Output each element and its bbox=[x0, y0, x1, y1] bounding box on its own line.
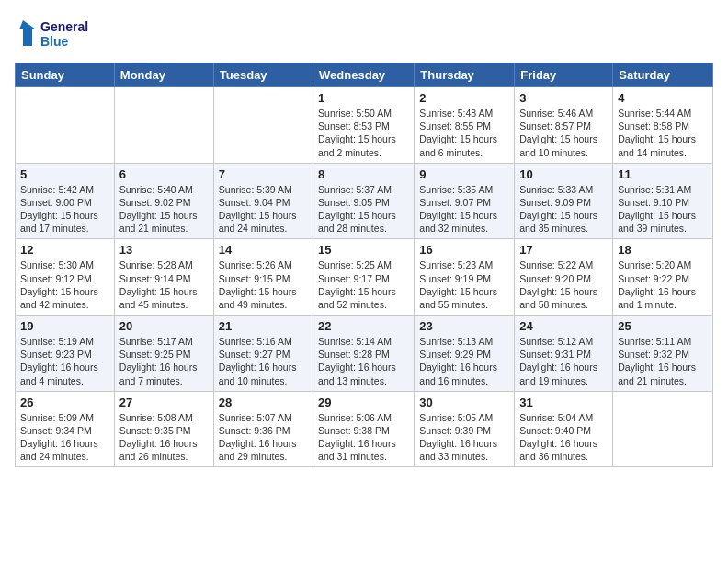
calendar-cell: 10Sunrise: 5:33 AM Sunset: 9:09 PM Dayli… bbox=[515, 163, 613, 239]
calendar-cell: 18Sunrise: 5:20 AM Sunset: 9:22 PM Dayli… bbox=[613, 239, 713, 316]
weekday-header-monday: Monday bbox=[114, 63, 213, 87]
day-info: Sunrise: 5:50 AM Sunset: 8:53 PM Dayligh… bbox=[318, 107, 409, 159]
day-info: Sunrise: 5:09 AM Sunset: 9:34 PM Dayligh… bbox=[20, 411, 109, 464]
day-number: 20 bbox=[119, 319, 209, 333]
day-number: 13 bbox=[119, 243, 209, 257]
calendar-cell: 30Sunrise: 5:05 AM Sunset: 9:39 PM Dayli… bbox=[415, 391, 515, 467]
day-number: 18 bbox=[618, 243, 708, 257]
calendar-cell: 12Sunrise: 5:30 AM Sunset: 9:12 PM Dayli… bbox=[16, 239, 115, 316]
day-info: Sunrise: 5:08 AM Sunset: 9:35 PM Dayligh… bbox=[119, 411, 209, 464]
day-number: 31 bbox=[519, 396, 608, 409]
calendar-cell: 7Sunrise: 5:39 AM Sunset: 9:04 PM Daylig… bbox=[213, 163, 313, 239]
calendar-cell: 8Sunrise: 5:37 AM Sunset: 9:05 PM Daylig… bbox=[313, 163, 415, 239]
calendar-cell bbox=[613, 391, 713, 467]
calendar-cell: 11Sunrise: 5:31 AM Sunset: 9:10 PM Dayli… bbox=[613, 163, 713, 239]
calendar-cell: 25Sunrise: 5:11 AM Sunset: 9:32 PM Dayli… bbox=[613, 316, 713, 392]
day-info: Sunrise: 5:13 AM Sunset: 9:29 PM Dayligh… bbox=[419, 335, 509, 387]
day-number: 6 bbox=[119, 167, 209, 181]
calendar-cell: 23Sunrise: 5:13 AM Sunset: 9:29 PM Dayli… bbox=[415, 316, 515, 392]
day-number: 19 bbox=[20, 319, 109, 333]
calendar-cell: 26Sunrise: 5:09 AM Sunset: 9:34 PM Dayli… bbox=[16, 391, 115, 467]
weekday-header-thursday: Thursday bbox=[415, 63, 515, 87]
logo-svg: GeneralBlue bbox=[15, 15, 97, 53]
calendar-cell: 21Sunrise: 5:16 AM Sunset: 9:27 PM Dayli… bbox=[213, 316, 313, 392]
day-info: Sunrise: 5:11 AM Sunset: 9:32 PM Dayligh… bbox=[618, 335, 708, 387]
day-info: Sunrise: 5:12 AM Sunset: 9:31 PM Dayligh… bbox=[519, 335, 608, 387]
svg-marker-2 bbox=[19, 20, 36, 46]
day-info: Sunrise: 5:48 AM Sunset: 8:55 PM Dayligh… bbox=[419, 107, 509, 159]
day-info: Sunrise: 5:44 AM Sunset: 8:58 PM Dayligh… bbox=[618, 107, 708, 159]
day-number: 2 bbox=[419, 91, 509, 105]
day-info: Sunrise: 5:17 AM Sunset: 9:25 PM Dayligh… bbox=[119, 335, 209, 387]
day-number: 12 bbox=[20, 243, 109, 257]
calendar-cell: 4Sunrise: 5:44 AM Sunset: 8:58 PM Daylig… bbox=[613, 87, 713, 164]
calendar-cell: 22Sunrise: 5:14 AM Sunset: 9:28 PM Dayli… bbox=[313, 316, 415, 392]
calendar-cell: 1Sunrise: 5:50 AM Sunset: 8:53 PM Daylig… bbox=[313, 87, 415, 164]
day-number: 11 bbox=[618, 167, 708, 181]
day-number: 23 bbox=[419, 319, 509, 333]
calendar-cell bbox=[16, 87, 115, 164]
calendar-cell bbox=[213, 87, 313, 164]
day-number: 17 bbox=[519, 243, 608, 257]
day-info: Sunrise: 5:16 AM Sunset: 9:27 PM Dayligh… bbox=[219, 335, 308, 387]
calendar-cell: 29Sunrise: 5:06 AM Sunset: 9:38 PM Dayli… bbox=[313, 391, 415, 467]
day-number: 25 bbox=[618, 319, 708, 333]
day-info: Sunrise: 5:46 AM Sunset: 8:57 PM Dayligh… bbox=[519, 107, 608, 159]
calendar-cell bbox=[114, 87, 213, 164]
day-number: 1 bbox=[318, 91, 409, 105]
day-info: Sunrise: 5:05 AM Sunset: 9:39 PM Dayligh… bbox=[419, 411, 509, 464]
day-info: Sunrise: 5:26 AM Sunset: 9:15 PM Dayligh… bbox=[219, 259, 308, 311]
calendar-cell: 2Sunrise: 5:48 AM Sunset: 8:55 PM Daylig… bbox=[415, 87, 515, 164]
day-info: Sunrise: 5:06 AM Sunset: 9:38 PM Dayligh… bbox=[318, 411, 409, 464]
calendar-cell: 15Sunrise: 5:25 AM Sunset: 9:17 PM Dayli… bbox=[313, 239, 415, 316]
weekday-header-sunday: Sunday bbox=[16, 63, 115, 87]
day-number: 4 bbox=[618, 91, 708, 105]
calendar-cell: 5Sunrise: 5:42 AM Sunset: 9:00 PM Daylig… bbox=[16, 163, 115, 239]
calendar-header: SundayMondayTuesdayWednesdayThursdayFrid… bbox=[16, 63, 713, 87]
day-number: 24 bbox=[519, 319, 608, 333]
day-info: Sunrise: 5:20 AM Sunset: 9:22 PM Dayligh… bbox=[618, 259, 708, 311]
day-info: Sunrise: 5:31 AM Sunset: 9:10 PM Dayligh… bbox=[618, 183, 708, 236]
day-info: Sunrise: 5:42 AM Sunset: 9:00 PM Dayligh… bbox=[20, 183, 109, 236]
page-header: GeneralBlue bbox=[15, 15, 713, 53]
day-number: 5 bbox=[20, 167, 109, 181]
day-number: 16 bbox=[419, 243, 509, 257]
day-number: 8 bbox=[318, 167, 409, 181]
calendar-cell: 6Sunrise: 5:40 AM Sunset: 9:02 PM Daylig… bbox=[114, 163, 213, 239]
day-info: Sunrise: 5:30 AM Sunset: 9:12 PM Dayligh… bbox=[20, 259, 109, 311]
day-info: Sunrise: 5:33 AM Sunset: 9:09 PM Dayligh… bbox=[519, 183, 608, 236]
day-info: Sunrise: 5:39 AM Sunset: 9:04 PM Dayligh… bbox=[219, 183, 308, 236]
logo: GeneralBlue bbox=[15, 15, 97, 53]
calendar-cell: 14Sunrise: 5:26 AM Sunset: 9:15 PM Dayli… bbox=[213, 239, 313, 316]
calendar-cell: 19Sunrise: 5:19 AM Sunset: 9:23 PM Dayli… bbox=[16, 316, 115, 392]
calendar-cell: 20Sunrise: 5:17 AM Sunset: 9:25 PM Dayli… bbox=[114, 316, 213, 392]
day-number: 10 bbox=[519, 167, 608, 181]
day-info: Sunrise: 5:14 AM Sunset: 9:28 PM Dayligh… bbox=[318, 335, 409, 387]
day-info: Sunrise: 5:40 AM Sunset: 9:02 PM Dayligh… bbox=[119, 183, 209, 236]
calendar-cell: 3Sunrise: 5:46 AM Sunset: 8:57 PM Daylig… bbox=[515, 87, 613, 164]
day-info: Sunrise: 5:23 AM Sunset: 9:19 PM Dayligh… bbox=[419, 259, 509, 311]
weekday-header-wednesday: Wednesday bbox=[313, 63, 415, 87]
day-number: 15 bbox=[318, 243, 409, 257]
day-number: 21 bbox=[219, 319, 308, 333]
day-number: 30 bbox=[419, 396, 509, 409]
day-number: 7 bbox=[219, 167, 308, 181]
calendar-cell: 28Sunrise: 5:07 AM Sunset: 9:36 PM Dayli… bbox=[213, 391, 313, 467]
day-number: 27 bbox=[119, 396, 209, 409]
day-info: Sunrise: 5:28 AM Sunset: 9:14 PM Dayligh… bbox=[119, 259, 209, 311]
calendar-table: SundayMondayTuesdayWednesdayThursdayFrid… bbox=[15, 63, 713, 467]
day-info: Sunrise: 5:22 AM Sunset: 9:20 PM Dayligh… bbox=[519, 259, 608, 311]
day-number: 9 bbox=[419, 167, 509, 181]
svg-text:Blue: Blue bbox=[40, 34, 69, 49]
day-info: Sunrise: 5:04 AM Sunset: 9:40 PM Dayligh… bbox=[519, 411, 608, 464]
day-info: Sunrise: 5:07 AM Sunset: 9:36 PM Dayligh… bbox=[219, 411, 308, 464]
weekday-header-friday: Friday bbox=[515, 63, 613, 87]
calendar-cell: 24Sunrise: 5:12 AM Sunset: 9:31 PM Dayli… bbox=[515, 316, 613, 392]
day-info: Sunrise: 5:37 AM Sunset: 9:05 PM Dayligh… bbox=[318, 183, 409, 236]
weekday-header-tuesday: Tuesday bbox=[213, 63, 313, 87]
day-info: Sunrise: 5:35 AM Sunset: 9:07 PM Dayligh… bbox=[419, 183, 509, 236]
calendar-cell: 17Sunrise: 5:22 AM Sunset: 9:20 PM Dayli… bbox=[515, 239, 613, 316]
weekday-header-saturday: Saturday bbox=[613, 63, 713, 87]
calendar-cell: 16Sunrise: 5:23 AM Sunset: 9:19 PM Dayli… bbox=[415, 239, 515, 316]
day-info: Sunrise: 5:19 AM Sunset: 9:23 PM Dayligh… bbox=[20, 335, 109, 387]
